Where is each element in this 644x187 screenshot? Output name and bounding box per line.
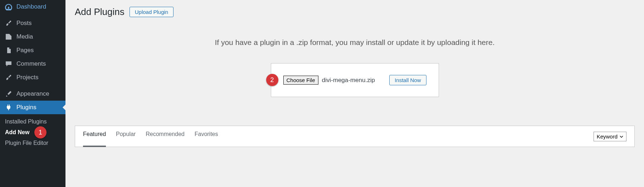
submenu-installed-plugins[interactable]: Installed Plugins (0, 116, 65, 127)
sidebar-item-plugins[interactable]: Plugins (0, 101, 65, 114)
sidebar-item-appearance[interactable]: Appearance (0, 87, 65, 101)
pages-icon (4, 46, 13, 54)
brush-icon (4, 90, 13, 98)
file-input-group: 2 Choose File divi-mega-menu.zip (283, 76, 375, 85)
sidebar-item-label: Media (16, 33, 33, 40)
admin-sidebar: Dashboard Posts Media Pages Comments Pro… (0, 0, 65, 187)
submenu-add-new[interactable]: Add New 1 (0, 127, 65, 138)
selected-file-name: divi-mega-menu.zip (322, 77, 375, 84)
search-type-select[interactable]: Keyword (594, 132, 626, 141)
filter-tab-popular[interactable]: Popular (116, 131, 136, 142)
install-now-button[interactable]: Install Now (389, 75, 426, 85)
dashboard-icon (4, 3, 13, 11)
sidebar-item-dashboard[interactable]: Dashboard (0, 0, 65, 14)
filter-tab-recommended[interactable]: Recommended (146, 131, 185, 142)
filter-tab-featured[interactable]: Featured (83, 131, 106, 142)
upload-instruction: If you have a plugin in a .zip format, y… (75, 38, 635, 47)
filter-tab-favorites[interactable]: Favorites (195, 131, 218, 142)
choose-file-button[interactable]: Choose File (283, 76, 318, 85)
plugins-submenu: Installed Plugins Add New 1 Plugin File … (0, 114, 65, 152)
pin-icon (4, 74, 13, 81)
sidebar-item-label: Posts (16, 20, 32, 27)
plugin-filter-bar: Featured Popular Recommended Favorites K… (75, 126, 635, 147)
upload-plugin-button[interactable]: Upload Plugin (130, 7, 174, 17)
sidebar-item-label: Dashboard (16, 3, 46, 10)
chevron-down-icon (620, 133, 623, 140)
sidebar-item-posts[interactable]: Posts (0, 16, 65, 30)
sidebar-item-label: Appearance (16, 90, 49, 97)
pin-icon (4, 19, 13, 27)
submenu-plugin-file-editor[interactable]: Plugin File Editor (0, 138, 65, 148)
page-header: Add Plugins Upload Plugin (75, 6, 635, 17)
sidebar-item-label: Projects (16, 74, 38, 81)
annotation-badge-1: 1 (34, 126, 47, 138)
search-type-label: Keyword (597, 133, 618, 140)
sidebar-item-pages[interactable]: Pages (0, 44, 65, 57)
sidebar-item-label: Comments (16, 60, 46, 67)
sidebar-item-label: Plugins (16, 104, 36, 111)
sidebar-item-comments[interactable]: Comments (0, 57, 65, 71)
annotation-badge-2: 2 (266, 74, 278, 86)
media-icon (4, 33, 13, 41)
filter-tabs: Featured Popular Recommended Favorites (83, 131, 218, 142)
comment-icon (4, 60, 13, 68)
upload-form: 2 Choose File divi-mega-menu.zip Install… (271, 63, 439, 97)
sidebar-item-media[interactable]: Media (0, 30, 65, 44)
main-content: Add Plugins Upload Plugin If you have a … (65, 0, 644, 187)
sidebar-item-projects[interactable]: Projects (0, 71, 65, 84)
page-title: Add Plugins (75, 6, 125, 17)
plug-icon (4, 103, 13, 111)
sidebar-item-label: Pages (16, 47, 34, 54)
